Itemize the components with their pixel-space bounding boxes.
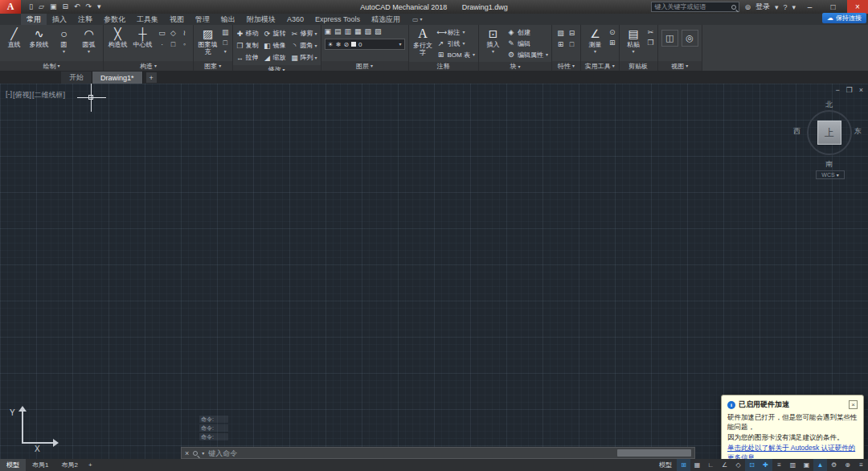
command-line-bar[interactable]: × ▾ — [181, 447, 695, 459]
panel-label-clipboard[interactable]: 剪贴板 — [620, 61, 657, 71]
tab-addins[interactable]: 附加模块 — [241, 14, 281, 25]
notification-close-icon[interactable]: × — [849, 400, 858, 409]
application-menu-button[interactable]: A — [0, 0, 21, 14]
centerline-button[interactable]: ┼ 中心线 — [132, 27, 154, 48]
viewcube-top-face[interactable]: 上 — [817, 121, 841, 145]
copy-button[interactable]: ❐复制 — [236, 39, 259, 51]
viewport-view-control[interactable]: [俯视] — [13, 90, 31, 100]
layer-dropdown[interactable]: ☀ ❄ ⊘ 0 ▾ — [325, 39, 405, 50]
hatch-button[interactable]: ▨ 图案填充 — [197, 27, 219, 55]
doc-restore-icon[interactable]: ❐ — [846, 86, 853, 94]
panel-label-layers[interactable]: 图层 ▾ — [321, 61, 408, 71]
move-button[interactable]: ✚移动 — [236, 27, 259, 39]
quick-calc-icon[interactable]: ⊞ — [609, 39, 616, 47]
viewcube-west[interactable]: 西 — [793, 126, 800, 137]
measure-button[interactable]: ∠ 测量 ▾ — [584, 27, 606, 54]
ellipse-icon[interactable]: ◇ — [168, 27, 178, 38]
layer-off-icon[interactable]: ▤ — [334, 27, 342, 35]
command-input[interactable] — [208, 449, 613, 457]
search-input[interactable] — [654, 3, 729, 10]
insert-flyout-icon[interactable]: ▾ — [492, 49, 494, 54]
hatch-flyout-icon[interactable]: ▾ — [224, 49, 227, 54]
leader-button[interactable]: ↗ 引线 ▾ — [437, 38, 475, 49]
paste-button[interactable]: ▤ 粘贴 ▾ — [623, 27, 645, 54]
donut-icon[interactable]: ◦ — [179, 39, 190, 49]
viewcube-east[interactable]: 东 — [854, 126, 862, 137]
customize-menu-icon[interactable]: ≡ — [854, 459, 868, 471]
layer-match-icon[interactable]: ▨ — [375, 27, 382, 35]
viewport-visual-style-control[interactable]: [二维线框] — [32, 90, 65, 100]
panel-label-draw[interactable]: 绘制 ▾ — [0, 61, 103, 71]
model-space-button[interactable]: 模型 — [654, 461, 677, 469]
circle-button[interactable]: ○ 圆 ▾ — [53, 27, 75, 54]
snap-toggle-icon[interactable]: ▦ — [690, 459, 704, 471]
byLayer-icon[interactable]: ⊞ — [555, 39, 566, 49]
panel-label-construction[interactable]: 构造 ▾ — [104, 61, 193, 71]
navigation-bar-button[interactable]: ◎ — [682, 30, 698, 47]
doc-close-icon[interactable]: × — [859, 86, 863, 94]
tab-start[interactable]: 开始 — [61, 72, 92, 84]
lineweight-toggle-icon[interactable]: ≡ — [772, 459, 786, 471]
plot-icon[interactable]: ⊟ — [62, 3, 68, 10]
drawing-canvas[interactable]: [-] [俯视] [二维线框] − ❐ × 上 北 西 东 南 WCS ▾ Y … — [0, 84, 868, 459]
region-icon[interactable]: □ — [168, 39, 178, 49]
quick-select-icon[interactable]: ⊙ — [609, 28, 616, 36]
open-file-icon[interactable]: ▱ — [39, 3, 44, 10]
tab-parametric[interactable]: 参数化 — [98, 14, 131, 25]
panel-label-utilities[interactable]: 实用工具 ▾ — [581, 61, 619, 71]
doc-minimize-icon[interactable]: − — [835, 86, 839, 94]
rotate-button[interactable]: ⟳旋转 — [264, 27, 286, 39]
bom-table-button[interactable]: ⊞ BOM 表 ▾ — [437, 49, 475, 60]
tab-home[interactable]: 常用 — [21, 14, 47, 25]
tab-featured-apps[interactable]: 精选应用 — [366, 14, 406, 25]
mtext-button[interactable]: A 多行文字 — [412, 27, 434, 56]
selection-cycling-icon[interactable]: ▣ — [800, 459, 813, 471]
edit-attributes-button[interactable]: ⚙ 编辑属性 ▾ — [507, 49, 548, 60]
qat-dropdown-icon[interactable]: ▾ — [97, 3, 101, 10]
tab-manage[interactable]: 管理 — [190, 14, 215, 25]
arc-button[interactable]: ◠ 圆弧 ▾ — [78, 27, 100, 54]
mirror-button[interactable]: ◧镜像 — [264, 39, 286, 51]
stretch-button[interactable]: ↔拉伸 — [236, 51, 259, 63]
properties-palette-icon[interactable]: ⊟ — [567, 27, 577, 38]
transparency-toggle-icon[interactable]: ▥ — [786, 459, 800, 471]
signin-button[interactable]: 登录 — [755, 2, 770, 12]
dimension-button[interactable]: ⟷ 标注 ▾ — [437, 27, 475, 38]
spline-icon[interactable]: ≀ — [179, 27, 190, 38]
rectangle-icon[interactable]: ▭ — [157, 27, 167, 38]
polar-toggle-icon[interactable]: ∠ — [718, 459, 731, 471]
layer-properties-icon[interactable]: ▣ — [325, 27, 332, 35]
maximize-button[interactable]: □ — [824, 0, 842, 14]
viewcube-south[interactable]: 南 — [825, 159, 833, 170]
ribbon-collapse-button[interactable]: ▭ ▾ — [412, 14, 423, 25]
tab-express-tools[interactable]: Express Tools — [309, 14, 366, 25]
panel-label-block[interactable]: 块 ▾ — [479, 62, 551, 71]
layer-isolate-icon[interactable]: ▥ — [345, 27, 352, 35]
arc-flyout-icon[interactable]: ▾ — [88, 49, 90, 54]
edit-block-button[interactable]: ✎ 编辑 — [507, 38, 548, 49]
minimize-button[interactable]: – — [800, 0, 819, 14]
wcs-dropdown[interactable]: WCS ▾ — [816, 170, 845, 179]
boundary-icon[interactable]: □ — [223, 39, 227, 47]
viewcube-north[interactable]: 北 — [825, 100, 833, 110]
new-file-icon[interactable]: ▯ — [29, 3, 33, 10]
osnap-toggle-icon[interactable]: ⊡ — [745, 459, 759, 471]
new-drawing-button[interactable]: + — [146, 72, 157, 83]
measure-flyout-icon[interactable]: ▾ — [594, 49, 596, 54]
signin-caret-icon[interactable]: ▾ — [775, 3, 779, 11]
close-button[interactable]: × — [847, 0, 868, 14]
object-color-icon[interactable]: □ — [567, 39, 577, 49]
tab-insert[interactable]: 插入 — [47, 14, 72, 25]
help-icon[interactable]: ? — [783, 3, 787, 11]
add-layout-button[interactable]: + — [84, 459, 96, 471]
match-properties-icon[interactable]: ▧ — [555, 27, 566, 38]
layout-tab-model[interactable]: 模型 — [0, 459, 26, 471]
gradient-icon[interactable]: ▥ — [222, 28, 229, 36]
isodraft-toggle-icon[interactable]: ◇ — [731, 459, 745, 471]
construction-line-button[interactable]: ╳ 构造线 — [107, 27, 129, 48]
save-icon[interactable]: ▣ — [50, 3, 57, 10]
line-button[interactable]: ╱ 直线 — [3, 27, 25, 48]
help-caret-icon[interactable]: ▾ — [792, 3, 796, 11]
fillet-button[interactable]: ◝圆角▾ — [291, 39, 317, 51]
create-block-button[interactable]: ◈ 创建 — [507, 27, 548, 38]
